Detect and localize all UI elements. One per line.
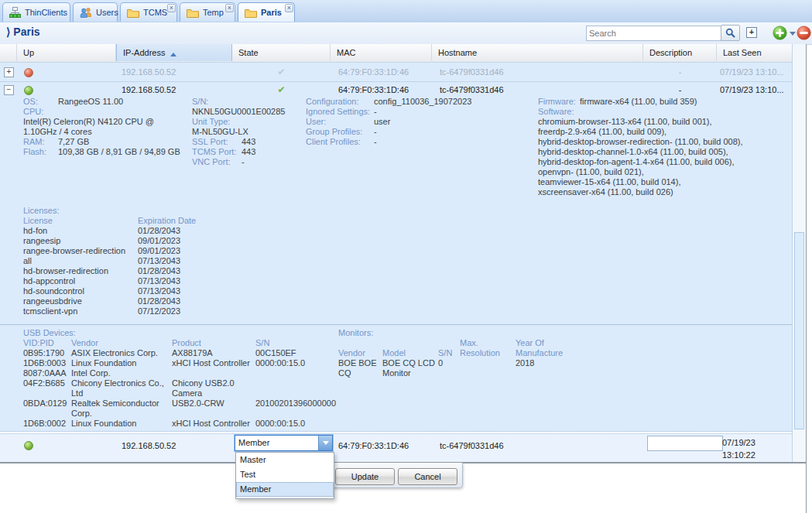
column-header-mac[interactable]: MAC [331,44,432,61]
chevron-down-icon[interactable] [790,32,796,39]
tab-tcms[interactable]: TCMS × [120,2,177,22]
usb-vendor: Intel Corp. [71,368,172,378]
panel-right-border [806,44,807,513]
column-header-state[interactable]: State [232,44,331,61]
dropdown-option-master[interactable]: Master [236,453,334,467]
tab-paris[interactable]: Paris × [238,2,295,22]
column-header-up[interactable]: Up [17,44,116,61]
update-button[interactable]: Update [335,468,395,485]
tcms-app: ThinClients Users TCMS × Temp × [0,0,812,513]
license-name: hd-browser-redirection [23,266,138,276]
tab-temp[interactable]: Temp × [180,2,235,22]
group-select[interactable]: Member [235,435,333,451]
usb-vidpid: 1D6B:0002 [23,419,71,429]
close-icon[interactable]: × [225,4,234,12]
ip-cell: 192.168.50.52 [122,67,176,77]
cancel-button[interactable]: Cancel [398,468,457,485]
license-name: rangeesip [23,236,138,246]
license-name: hd-soundcontrol [23,286,138,296]
last-seen-time: 13:10:22 [722,449,776,461]
column-header-last-seen[interactable]: Last Seen [717,44,792,61]
license-exp: 07/13/2043 [138,276,248,286]
license-name: hd-appcontrol [23,276,138,286]
page-title: ⟩ Paris [6,26,40,38]
grid-header: Up IP-Address State MAC Hostname Descrip… [0,44,792,63]
license-name: hd-fon [23,226,138,236]
tab-label: Temp [203,8,224,17]
last-seen-cell: 07/19/23 13:10... [720,67,784,77]
usb-sn: 0000:00:15.0 [255,419,341,429]
usb-product [172,368,255,378]
scrollbar-thumb[interactable] [794,232,804,429]
usb-vendor: Realtek Semiconductor Corp. [71,398,172,419]
usb-vidpid: 0B95:1790 [23,348,71,358]
org-chart-icon [9,7,21,18]
table-row-expanded[interactable]: − 192.168.50.52 ✔ 64:79:F0:33:1D:46 tc-6… [0,82,792,432]
sort-asc-icon [170,50,176,56]
status-up-icon [24,86,33,95]
expand-row-icon[interactable]: + [4,67,14,77]
usb-vendor: ASIX Electronics Corp. [71,348,172,358]
dropdown-option-test[interactable]: Test [236,467,334,482]
usb-vendor: Linux Foundation [71,358,172,368]
usb-vidpid: 1D6B:0003 [23,358,71,368]
close-icon[interactable]: × [167,4,176,12]
configuration-block: Configuration:config_110036_19072023 Ign… [306,97,530,147]
license-exp: 01/28/2043 [138,226,248,236]
license-name: rangeeusbdrive [23,296,138,306]
tab-users[interactable]: Users [73,2,118,22]
hostname-cell: tc-6479f0331d46 [440,441,504,450]
license-name: all [23,256,138,266]
folder-icon [187,8,199,18]
column-header-ip-address[interactable]: IP-Address [116,44,232,61]
remove-button[interactable] [797,26,811,40]
licenses-table: License Expiration Date hd-fon01/28/2043… [23,216,248,316]
group-select-value: Member [238,438,269,447]
breadcrumb-arrow: ⟩ [6,26,10,38]
usb-sn: 20100201396000000 [255,398,341,419]
usb-product: AX88179A [172,348,255,358]
search-input[interactable] [586,26,721,41]
folder-icon [127,8,139,18]
license-exp: 07/12/2023 [138,306,248,316]
licenses-col-expiration: Expiration Date [138,216,248,226]
hostname-cell: tc-6479f0331d46 [440,85,504,94]
collapse-row-icon[interactable]: − [4,85,14,95]
state-ok-icon: ✔ [232,67,331,77]
search-button[interactable] [721,25,740,41]
search-icon [725,28,735,38]
hostname-cell: tc-6479f0331d46 [440,67,504,77]
mac-cell: 64:79:F0:33:1D:46 [338,67,409,77]
column-header-expand[interactable] [0,44,17,61]
section-divider [0,324,792,325]
usb-product: Chicony USB2.0 Camera [172,378,255,398]
tab-thinclients[interactable]: ThinClients [2,2,70,22]
status-up-icon [24,441,33,450]
usb-product: xHCI Host Controller [172,419,255,429]
description-field[interactable] [647,436,723,451]
usb-product: xHCI Host Controller [172,358,255,368]
dropdown-option-member[interactable]: Member [236,482,334,497]
column-header-hostname[interactable]: Hostname [432,44,643,61]
table-row-collapsed[interactable]: + 192.168.50.52 ✔ 64:79:F0:33:1D:46 tc-6… [0,62,792,82]
breadcrumb-bar: ⟩ Paris + [0,22,812,45]
add-button[interactable] [773,26,787,40]
ip-cell: 192.168.50.52 [122,441,176,450]
users-icon [80,7,92,18]
license-name: tcmsclient-vpn [23,306,138,316]
tab-label: ThinClients [25,8,67,17]
expand-all-button[interactable]: + [746,27,757,38]
monitor-model: BOE CQ LCD Monitor [382,358,438,378]
close-icon[interactable]: × [285,4,293,12]
dropdown-arrow-icon[interactable] [318,436,332,450]
vertical-scrollbar[interactable] [792,44,806,462]
licenses-block: Licenses: License Expiration Date hd-fon… [23,206,248,316]
usb-vidpid: 8087:0AAA [23,368,71,378]
usb-sn: 00C150EF [255,348,341,358]
usb-vidpid: 04F2:B685 [23,378,71,398]
column-header-description[interactable]: Description [643,44,717,61]
licenses-col-license: License [23,216,138,226]
usb-vidpid: 0BDA:0129 [23,398,71,419]
monitors-table: Vendor Model S/N Max. Resolution Year Of… [338,338,594,378]
mac-cell: 64:79:F0:33:1D:46 [338,441,409,450]
